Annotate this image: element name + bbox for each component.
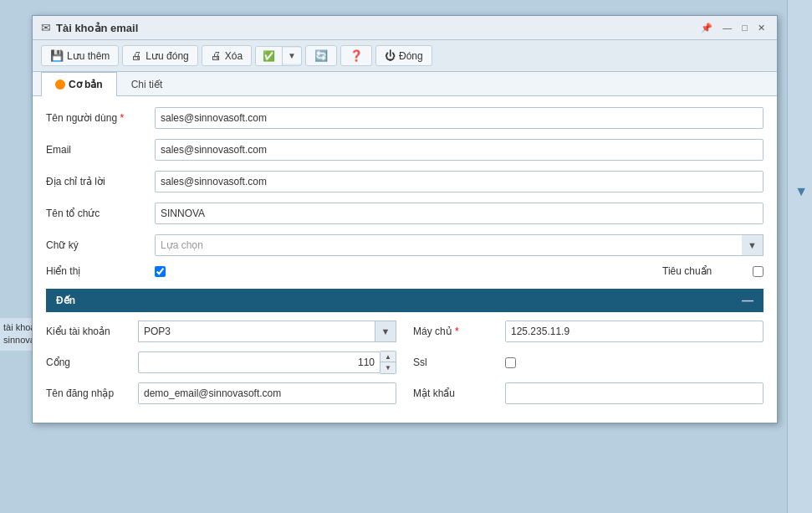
standard-label: Tiêu chuẩn [662, 265, 746, 277]
tab-detail-label: Chi tiết [131, 79, 163, 90]
email-row: Email [46, 138, 763, 162]
login-col: Tên đăng nhập [46, 382, 396, 404]
server-input[interactable] [505, 321, 763, 342]
login-label: Tên đăng nhập [46, 387, 138, 399]
port-wrapper: ▲ ▼ [138, 351, 396, 374]
display-standard-row: Hiển thị Tiêu chuẩn [46, 265, 763, 277]
save-new-icon: 💾 [50, 49, 64, 62]
org-name-label: Tên tổ chức [46, 208, 155, 219]
login-password-row: Tên đăng nhập Mật khẩu [46, 382, 763, 404]
password-label: Mật khẩu [413, 387, 505, 399]
save-close-button[interactable]: 🖨 Lưu đóng [122, 45, 197, 66]
username-input[interactable] [155, 107, 763, 129]
username-required: * [120, 112, 124, 124]
title-bar-controls: 📌 — □ ✕ [697, 22, 769, 34]
port-spinners: ▲ ▼ [380, 351, 396, 374]
refresh-button[interactable]: 🔄 [305, 45, 337, 66]
power-icon: ⏻ [385, 49, 396, 62]
port-spinner-up[interactable]: ▲ [380, 351, 396, 362]
ssl-checkbox[interactable] [505, 357, 516, 368]
email-title-icon: ✉ [41, 21, 51, 34]
save-close-icon: 🖨 [131, 49, 142, 62]
ssl-col: Ssl [413, 357, 763, 368]
save-close-label: Lưu đóng [146, 50, 188, 62]
server-required: * [455, 326, 459, 337]
signature-select[interactable]: Lựa chọn [155, 234, 763, 256]
username-row: Tên người dùng * [46, 106, 763, 130]
delete-button[interactable]: 🖨 Xóa [202, 45, 252, 66]
check-spacer [155, 266, 629, 277]
reply-address-input[interactable] [155, 171, 763, 192]
close-toolbar-label: Đóng [399, 50, 423, 62]
password-input[interactable] [505, 382, 763, 404]
save-new-button[interactable]: 💾 Lưu thêm [41, 45, 119, 66]
account-type-label: Kiểu tài khoản [46, 326, 138, 337]
help-icon: ❓ [350, 49, 363, 62]
signature-label: Chữ ký [46, 239, 155, 251]
section-collapse-icon[interactable]: — [742, 294, 753, 307]
close-button[interactable]: ✕ [754, 22, 769, 34]
form-content: Tên người dùng * Email Địa chỉ trả lời [33, 96, 777, 423]
account-type-col: Kiểu tài khoản POP3 IMAP ▼ [46, 321, 396, 342]
filter-icon[interactable]: ▼ [794, 184, 808, 199]
login-input[interactable] [138, 382, 396, 404]
server-col: Máy chủ * [413, 321, 763, 342]
title-bar: ✉ Tài khoản email 📌 — □ ✕ [33, 16, 777, 40]
check-button-group: ✅ ▼ [255, 46, 302, 66]
port-spinner-down[interactable]: ▼ [380, 362, 396, 373]
dialog-title: Tài khoản email [56, 22, 138, 34]
standard-group: Tiêu chuẩn [662, 265, 763, 277]
delete-label: Xóa [225, 50, 243, 62]
check-main-button[interactable]: ✅ [256, 47, 283, 65]
port-col: Cổng ▲ ▼ [46, 351, 396, 374]
tab-indicator [55, 80, 65, 90]
signature-dropdown-arrow[interactable]: ▼ [742, 234, 763, 256]
maximize-button[interactable]: □ [738, 22, 751, 33]
tabs-bar: Cơ bản Chi tiết [33, 72, 777, 96]
account-type-server-row: Kiểu tài khoản POP3 IMAP ▼ Máy chủ * [46, 321, 763, 342]
minimize-button[interactable]: — [719, 22, 735, 33]
email-input[interactable] [155, 139, 763, 161]
section-den-title: Đến [56, 295, 75, 306]
close-toolbar-button[interactable]: ⏻ Đóng [375, 45, 432, 66]
org-name-input[interactable] [155, 203, 763, 224]
delete-icon: 🖨 [211, 49, 222, 62]
check-icon: ✅ [263, 50, 275, 62]
account-type-arrow[interactable]: ▼ [375, 321, 396, 342]
port-input[interactable] [138, 351, 380, 373]
title-bar-left: ✉ Tài khoản email [41, 21, 138, 34]
display-checkbox[interactable] [155, 266, 166, 277]
tab-detail[interactable]: Chi tiết [117, 72, 177, 96]
tab-basic-label: Cơ bản [69, 79, 103, 90]
username-label: Tên người dùng * [46, 112, 155, 124]
pin-button[interactable]: 📌 [697, 22, 716, 34]
toolbar: 💾 Lưu thêm 🖨 Lưu đóng 🖨 Xóa ✅ ▼ 🔄 [33, 40, 777, 72]
reply-address-row: Địa chỉ trả lời [46, 170, 763, 193]
reply-address-label: Địa chỉ trả lời [46, 176, 155, 187]
right-sidebar: ▼ [787, 0, 812, 513]
port-ssl-row: Cổng ▲ ▼ Ssl [46, 351, 763, 374]
signature-row: Chữ ký Lựa chọn ▼ [46, 233, 763, 257]
tab-basic[interactable]: Cơ bản [41, 72, 117, 96]
check-dropdown-arrow[interactable]: ▼ [283, 48, 301, 64]
org-name-row: Tên tổ chức [46, 202, 763, 225]
password-col: Mật khẩu [413, 382, 763, 404]
port-label: Cổng [46, 357, 138, 368]
save-new-label: Lưu thêm [67, 50, 110, 62]
display-label: Hiển thị [46, 265, 155, 277]
account-type-select-wrapper: POP3 IMAP ▼ [138, 321, 396, 342]
server-label: Máy chủ * [413, 326, 505, 337]
account-type-select[interactable]: POP3 IMAP [138, 321, 375, 342]
email-label: Email [46, 144, 155, 156]
section-den-header: Đến — [46, 289, 763, 312]
standard-checkbox[interactable] [753, 266, 763, 277]
ssl-label: Ssl [413, 357, 505, 368]
email-account-dialog: ✉ Tài khoản email 📌 — □ ✕ 💾 Lưu thêm 🖨 L… [32, 15, 778, 423]
refresh-icon: 🔄 [314, 49, 328, 62]
signature-select-wrapper: Lựa chọn ▼ [155, 234, 763, 256]
help-button[interactable]: ❓ [340, 45, 372, 66]
